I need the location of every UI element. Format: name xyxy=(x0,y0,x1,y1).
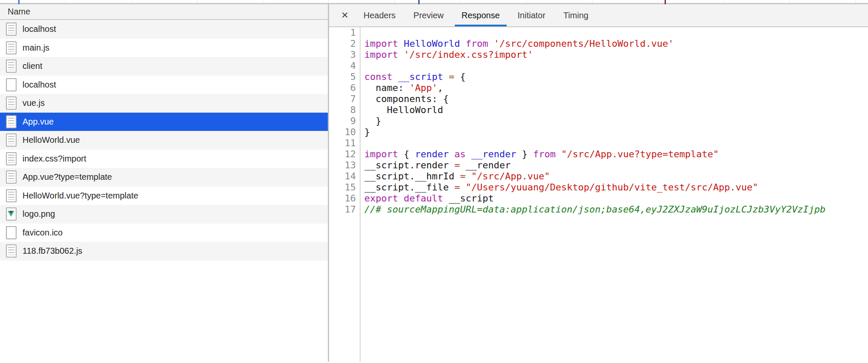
file-icon xyxy=(6,60,17,73)
code-line: import HelloWorld from '/src/components/… xyxy=(364,38,868,49)
network-overview-strip[interactable] xyxy=(0,0,868,4)
request-timeline-marker xyxy=(18,0,20,4)
network-row[interactable]: vue.js xyxy=(0,94,328,113)
tab-preview[interactable]: Preview xyxy=(407,4,451,26)
network-row[interactable]: index.css?import xyxy=(0,150,328,168)
line-number: 15 xyxy=(329,182,356,193)
code-line: //# sourceMappingURL=data:application/js… xyxy=(364,204,868,215)
request-list-panel: Name localhostmain.jsclientlocalhostvue.… xyxy=(0,4,329,362)
network-request-list: localhostmain.jsclientlocalhostvue.jsApp… xyxy=(0,20,328,362)
code-line: name: 'App', xyxy=(364,82,868,94)
name-column-label: Name xyxy=(8,7,30,17)
line-number: 7 xyxy=(329,94,356,105)
detail-tabs: HeadersPreviewResponseInitiatorTiming xyxy=(355,4,597,26)
line-number: 14 xyxy=(329,171,356,182)
code-line: } xyxy=(364,127,868,138)
network-row[interactable]: App.vue?type=template xyxy=(0,168,328,187)
line-number: 5 xyxy=(329,71,356,82)
request-name-label: localhost xyxy=(23,24,56,34)
code-line: export default __script xyxy=(364,193,868,204)
line-number: 13 xyxy=(329,160,356,171)
request-name-label: App.vue?type=template xyxy=(23,172,112,182)
code-line xyxy=(364,27,868,38)
code-line: } xyxy=(364,116,868,127)
code-line xyxy=(364,138,868,149)
code-line xyxy=(364,60,868,71)
tab-initiator[interactable]: Initiator xyxy=(511,4,552,26)
line-number-gutter: 1234567891011121314151617 xyxy=(329,27,361,362)
tab-headers[interactable]: Headers xyxy=(357,4,403,26)
request-detail-panel: ✕ HeadersPreviewResponseInitiatorTiming … xyxy=(329,4,868,362)
close-icon: ✕ xyxy=(341,10,349,20)
code-line: components: { xyxy=(364,94,868,105)
request-name-label: HelloWorld.vue?type=template xyxy=(23,191,138,201)
name-column-header[interactable]: Name xyxy=(0,4,328,20)
request-timeline-marker xyxy=(665,0,666,4)
tab-response[interactable]: Response xyxy=(455,4,507,26)
network-row[interactable]: logo.png xyxy=(0,205,328,224)
code-line: import '/src/index.css?import' xyxy=(364,49,868,60)
line-number: 16 xyxy=(329,193,356,204)
file-icon xyxy=(6,115,17,128)
code-line: __script.__file = "/Users/yuuang/Desktop… xyxy=(364,182,868,193)
line-number: 9 xyxy=(329,116,356,127)
line-number: 10 xyxy=(329,127,356,138)
request-name-label: HelloWorld.vue xyxy=(23,135,80,145)
file-icon xyxy=(6,170,17,184)
request-timeline-marker xyxy=(418,0,420,4)
file-icon xyxy=(6,78,17,91)
file-icon xyxy=(6,133,17,147)
code-line: import { render as __render } from "/src… xyxy=(364,149,868,160)
network-row[interactable]: HelloWorld.vue xyxy=(0,131,328,150)
close-detail-button[interactable]: ✕ xyxy=(335,4,355,26)
line-number: 4 xyxy=(329,60,356,71)
line-number: 2 xyxy=(329,38,356,49)
line-number: 17 xyxy=(329,204,356,215)
code-line: __script.render = __render xyxy=(364,160,868,171)
network-row[interactable]: client xyxy=(0,57,328,76)
detail-tab-bar: ✕ HeadersPreviewResponseInitiatorTiming xyxy=(329,4,868,27)
file-icon xyxy=(6,152,17,165)
request-name-label: client xyxy=(23,61,42,71)
line-number: 8 xyxy=(329,105,356,116)
request-name-label: favicon.ico xyxy=(23,228,63,238)
file-icon xyxy=(6,189,17,202)
network-row[interactable]: favicon.ico xyxy=(0,224,328,242)
network-row[interactable]: main.js xyxy=(0,39,328,57)
file-icon xyxy=(6,23,17,36)
line-number: 12 xyxy=(329,149,356,160)
line-number: 1 xyxy=(329,27,356,38)
network-row[interactable]: localhost xyxy=(0,20,328,39)
code-line: __script.__hmrId = "/src/App.vue" xyxy=(364,171,868,182)
request-name-label: logo.png xyxy=(23,209,55,219)
request-name-label: vue.js xyxy=(23,98,45,108)
request-name-label: 118.fb73b062.js xyxy=(23,246,82,256)
line-number: 6 xyxy=(329,82,356,94)
response-code-viewer: 1234567891011121314151617 import HelloWo… xyxy=(329,27,868,362)
file-icon xyxy=(6,244,17,258)
code-line: HelloWorld xyxy=(364,105,868,116)
network-row[interactable]: HelloWorld.vue?type=template xyxy=(0,187,328,205)
network-panel: Name localhostmain.jsclientlocalhostvue.… xyxy=(0,4,868,362)
file-icon xyxy=(6,96,17,110)
request-name-label: App.vue xyxy=(23,117,54,127)
vue-logo-icon xyxy=(6,207,17,221)
file-icon xyxy=(6,41,17,54)
code-line: const __script = { xyxy=(364,71,868,82)
network-row[interactable]: App.vue xyxy=(0,113,328,131)
response-source-code: import HelloWorld from '/src/components/… xyxy=(361,27,868,362)
request-name-label: index.css?import xyxy=(23,154,86,164)
line-number: 11 xyxy=(329,138,356,149)
network-row[interactable]: 118.fb73b062.js xyxy=(0,242,328,261)
request-name-label: main.js xyxy=(23,43,49,53)
line-number: 3 xyxy=(329,49,356,60)
tab-timing[interactable]: Timing xyxy=(556,4,595,26)
network-row[interactable]: localhost xyxy=(0,76,328,94)
file-icon xyxy=(6,226,17,239)
request-name-label: localhost xyxy=(23,80,56,90)
